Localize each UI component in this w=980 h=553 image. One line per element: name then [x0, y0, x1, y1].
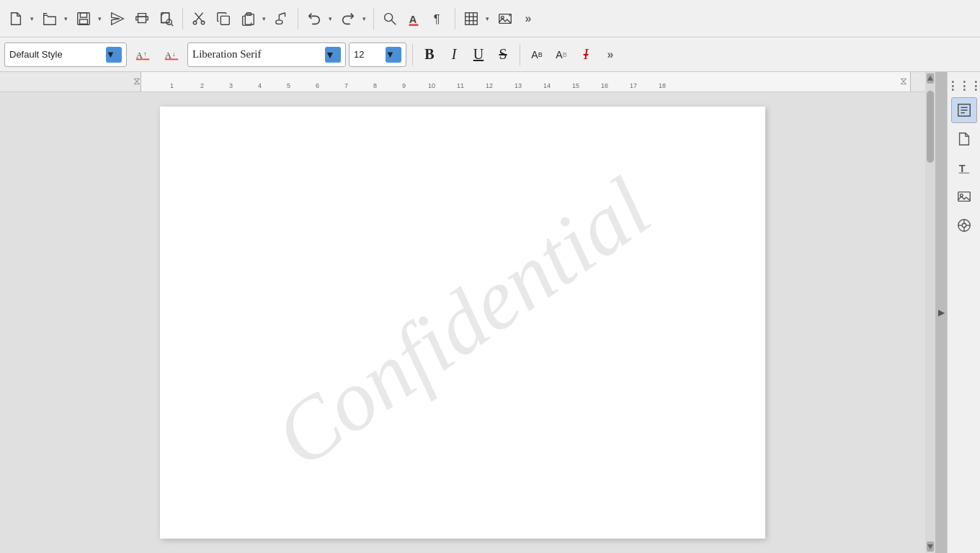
open-button-group[interactable]: ▾: [38, 6, 71, 32]
svg-rect-15: [409, 24, 419, 26]
scroll-down-arrow[interactable]: [927, 541, 934, 552]
svg-marker-30: [927, 76, 933, 81]
font-value: Liberation Serif: [192, 48, 322, 60]
watermark: Confidential: [257, 158, 669, 487]
document-page[interactable]: Confidential: [160, 107, 765, 539]
new-button-group[interactable]: ▾: [4, 6, 37, 32]
new-dropdown-arrow[interactable]: ▾: [27, 6, 37, 32]
scroll-thumb[interactable]: [927, 91, 934, 163]
find-replace-button[interactable]: [378, 6, 401, 32]
sidebar-page-button[interactable]: [951, 126, 977, 152]
bold-button[interactable]: B: [419, 42, 440, 67]
font-dropdown[interactable]: Liberation Serif ▼: [187, 42, 346, 67]
scroll-up-arrow[interactable]: [927, 73, 934, 84]
paste-dropdown-arrow[interactable]: ▾: [259, 6, 269, 32]
ruler: ⧖ 1 2 3 4 5 6 7 8 9 10 11: [0, 72, 925, 92]
table-button[interactable]: [460, 6, 482, 32]
sidebar-text-button[interactable]: T: [951, 155, 977, 181]
sidebar-navigator-button[interactable]: [951, 212, 977, 238]
subscript-button[interactable]: AB: [551, 42, 572, 67]
cut-button[interactable]: [187, 6, 210, 32]
open-dropdown-arrow[interactable]: ▾: [61, 6, 71, 32]
document-scroll[interactable]: Confidential: [0, 92, 925, 553]
style-value: Default Style: [9, 49, 103, 60]
toolbar-formatting: Default Style ▼ A ↑ A ↓ Liberation Serif…: [0, 37, 980, 72]
toolbar-standard: ▾ ▾ ▾: [0, 0, 980, 37]
font-size-dropdown-arrow[interactable]: ▼: [386, 47, 401, 63]
sidebar-collapse-button[interactable]: ▶: [935, 72, 947, 553]
ruler-inner: 1 2 3 4 5 6 7 8 9 10 11 12 13 14: [141, 72, 911, 91]
collapse-arrow: ▶: [938, 307, 945, 318]
svg-text:↑: ↑: [143, 50, 147, 57]
style-dropdown-arrow[interactable]: ▼: [106, 47, 122, 63]
underline-button[interactable]: U: [468, 42, 489, 67]
format-paintbrush-button[interactable]: [270, 6, 293, 32]
paste-button[interactable]: [236, 6, 259, 32]
svg-line-6: [171, 24, 173, 26]
main-area: ⧖ 1 2 3 4 5 6 7 8 9 10 11: [0, 72, 980, 553]
svg-point-7: [193, 21, 197, 24]
vertical-scrollbar[interactable]: [925, 72, 935, 553]
svg-point-12: [385, 13, 393, 21]
font-size-dropdown[interactable]: 12 ▼: [349, 42, 406, 67]
separator-3: [373, 8, 374, 30]
paragraph-button[interactable]: ¶: [427, 6, 450, 32]
strikethrough-button[interactable]: S: [492, 42, 514, 67]
svg-rect-9: [220, 16, 229, 24]
send-button[interactable]: [106, 6, 129, 32]
font-color-button[interactable]: A: [403, 6, 426, 32]
superscript-button[interactable]: AB: [526, 42, 548, 67]
font-size-value: 12: [354, 49, 383, 60]
undo-dropdown-arrow[interactable]: ▾: [325, 6, 335, 32]
sidebar-properties-button[interactable]: [951, 97, 977, 123]
redo-button-group[interactable]: ▾: [337, 6, 369, 32]
increase-font-size-button[interactable]: A ↑: [130, 42, 156, 67]
toolbar-more-button[interactable]: »: [518, 6, 538, 32]
svg-text:↓: ↓: [172, 50, 176, 57]
redo-button[interactable]: [337, 6, 359, 32]
font-dropdown-arrow[interactable]: ▼: [325, 47, 341, 63]
italic-color-button[interactable]: I: [575, 42, 597, 67]
fmt-separator-2: [520, 44, 520, 66]
left-indent-marker: ⧖: [133, 75, 141, 87]
save-button[interactable]: [72, 6, 94, 32]
italic-button[interactable]: I: [443, 42, 465, 67]
scroll-track[interactable]: [927, 84, 934, 541]
save-dropdown-arrow[interactable]: ▾: [94, 6, 104, 32]
sidebar-image-button[interactable]: [951, 184, 977, 210]
svg-text:T: T: [958, 163, 965, 174]
svg-point-41: [962, 223, 966, 228]
svg-text:A: A: [165, 50, 172, 60]
print-preview-button[interactable]: [155, 6, 178, 32]
separator-2: [298, 8, 298, 30]
separator-1: [182, 8, 183, 30]
svg-text:A: A: [136, 50, 143, 60]
svg-rect-2: [80, 19, 88, 23]
save-button-group[interactable]: ▾: [72, 6, 104, 32]
decrease-font-size-button[interactable]: A ↓: [159, 42, 184, 67]
separator-4: [455, 8, 455, 30]
print-button[interactable]: [130, 6, 153, 32]
fmt-separator-1: [412, 44, 413, 66]
table-dropdown-arrow[interactable]: ▾: [482, 6, 492, 32]
undo-button[interactable]: [303, 6, 325, 32]
svg-rect-17: [466, 12, 478, 24]
svg-line-13: [391, 20, 396, 24]
svg-point-8: [201, 21, 205, 24]
redo-dropdown-arrow[interactable]: ▾: [359, 6, 369, 32]
style-dropdown[interactable]: Default Style ▼: [4, 42, 127, 67]
svg-marker-31: [927, 544, 933, 549]
paste-button-group[interactable]: ▾: [236, 6, 269, 32]
svg-text:¶: ¶: [434, 12, 440, 24]
undo-button-group[interactable]: ▾: [303, 6, 335, 32]
document-area: ⧖ 1 2 3 4 5 6 7 8 9 10 11: [0, 72, 925, 553]
insert-image-button[interactable]: [494, 6, 517, 32]
svg-rect-3: [138, 17, 146, 22]
formatting-more-button[interactable]: »: [600, 42, 621, 67]
copy-button[interactable]: [212, 6, 235, 32]
new-button[interactable]: [4, 6, 27, 32]
open-button[interactable]: [38, 6, 61, 32]
right-sidebar: ⋮⋮⋮ T: [947, 72, 980, 553]
table-button-group[interactable]: ▾: [460, 6, 492, 32]
sidebar-more-button[interactable]: ⋮⋮⋮: [945, 78, 981, 94]
